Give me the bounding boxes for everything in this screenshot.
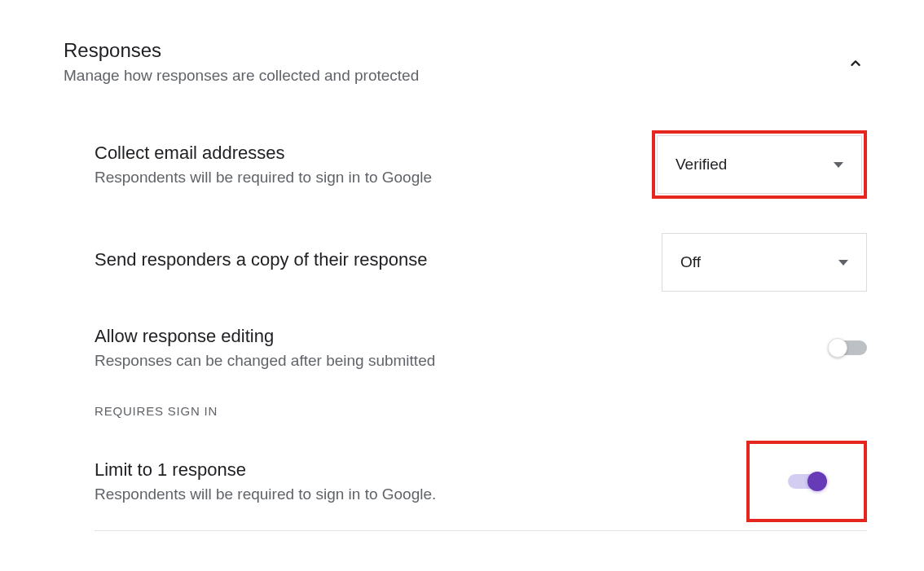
setting-send-copy: Send responders a copy of their response… (95, 233, 867, 292)
setting-limit-one: Limit to 1 response Respondents will be … (95, 441, 867, 522)
setting-allow-editing: Allow response editing Responses can be … (95, 326, 867, 370)
section-subtitle: Manage how responses are collected and p… (64, 67, 419, 85)
setting-labels: Send responders a copy of their response (95, 249, 427, 275)
setting-labels: Limit to 1 response Respondents will be … (95, 459, 436, 503)
collect-email-highlight: Verified (652, 130, 867, 199)
section-title: Responses (64, 39, 419, 62)
send-copy-title: Send responders a copy of their response (95, 249, 427, 270)
setting-labels: Allow response editing Responses can be … (95, 326, 435, 370)
caret-down-icon (838, 260, 848, 266)
setting-collect-email: Collect email addresses Respondents will… (95, 130, 867, 199)
limit-one-highlight (746, 441, 867, 522)
settings-body: Collect email addresses Respondents will… (64, 85, 867, 531)
toggle-knob (828, 338, 847, 358)
send-copy-dropdown[interactable]: Off (662, 233, 867, 292)
allow-editing-desc: Responses can be changed after being sub… (95, 352, 435, 370)
allow-editing-toggle[interactable] (829, 340, 867, 355)
section-header-text: Responses Manage how responses are colle… (64, 39, 419, 85)
collect-email-desc: Respondents will be required to sign in … (95, 169, 432, 187)
caret-down-icon (834, 162, 843, 168)
limit-one-toggle[interactable] (788, 474, 825, 489)
limit-one-title: Limit to 1 response (95, 459, 436, 481)
collect-email-title: Collect email addresses (95, 143, 432, 164)
collect-email-value: Verified (675, 156, 727, 173)
toggle-knob (807, 472, 827, 491)
requires-signin-subheader: REQUIRES SIGN IN (95, 404, 867, 418)
collapse-icon[interactable] (844, 52, 867, 75)
limit-one-desc: Respondents will be required to sign in … (95, 485, 436, 503)
setting-labels: Collect email addresses Respondents will… (95, 143, 432, 187)
send-copy-value: Off (680, 253, 701, 271)
allow-editing-title: Allow response editing (95, 326, 435, 347)
divider (95, 530, 867, 531)
collect-email-dropdown[interactable]: Verified (657, 135, 862, 194)
section-header: Responses Manage how responses are colle… (64, 39, 867, 85)
